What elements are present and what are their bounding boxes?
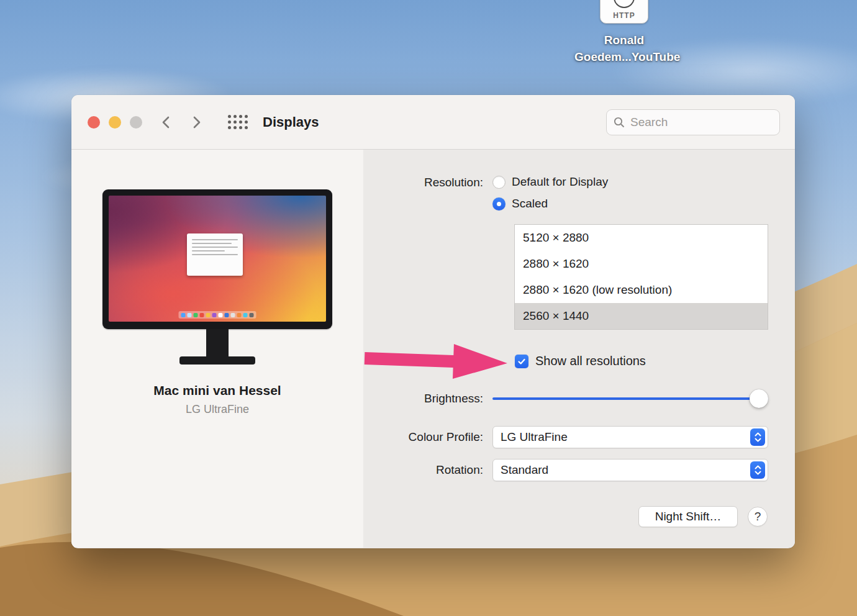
brightness-label: Brightness: (363, 392, 483, 405)
resolution-list[interactable]: 5120 × 2880 2880 × 1620 2880 × 1620 (low… (514, 224, 768, 330)
shortcut-label-line2: Goedem...YouTube (574, 48, 674, 65)
search-input[interactable] (630, 116, 773, 129)
desktop-shortcut[interactable]: HTTP Ronald Goedem...YouTube (574, 0, 674, 65)
forward-button[interactable] (186, 112, 207, 133)
search-field[interactable] (606, 109, 780, 135)
webloc-icon: HTTP (600, 0, 648, 24)
checkmark-icon (517, 356, 527, 366)
popup-stepper-icon (750, 461, 765, 479)
night-shift-button[interactable]: Night Shift… (638, 506, 738, 527)
radio-scaled-label: Scaled (512, 197, 548, 211)
http-badge: HTTP (601, 11, 648, 20)
monitor-stand-neck (206, 329, 229, 356)
brightness-slider[interactable] (492, 389, 768, 408)
slider-track[interactable] (492, 397, 768, 400)
popup-stepper-icon (750, 428, 765, 446)
radio-default-for-display[interactable]: Default for Display (492, 175, 608, 189)
window-title: Displays (263, 114, 319, 130)
radio-off-icon[interactable] (492, 176, 506, 189)
display-model: LG UltraFine (99, 403, 335, 416)
resolution-option[interactable]: 5120 × 2880 (515, 225, 768, 251)
monitor-bezel (102, 189, 332, 329)
rotation-label: Rotation: (363, 463, 483, 477)
monitor-stand-base (179, 356, 255, 365)
resolution-label: Resolution: (363, 176, 483, 189)
resolution-option-selected[interactable]: 2560 × 1440 (515, 303, 768, 329)
radio-default-label: Default for Display (512, 175, 608, 189)
resolution-option[interactable]: 2880 × 1620 (515, 251, 768, 277)
radio-scaled[interactable]: Scaled (492, 197, 548, 211)
monitor-graphic: Mac mini van Hessel LG UltraFine (99, 189, 335, 416)
zoom-button[interactable] (130, 116, 142, 129)
help-button[interactable]: ? (748, 507, 768, 527)
minimize-button[interactable] (109, 116, 121, 129)
chevron-right-icon (188, 114, 204, 130)
preview-dock (179, 311, 256, 319)
chevron-left-icon (158, 114, 175, 130)
show-all-resolutions-row[interactable]: Show all resolutions (515, 354, 646, 368)
show-all-resolutions-label: Show all resolutions (535, 354, 646, 368)
search-icon (613, 116, 625, 129)
close-button[interactable] (88, 116, 100, 129)
colour-profile-value: LG UltraFine (501, 430, 750, 444)
resolution-option[interactable]: 2880 × 1620 (low resolution) (515, 277, 768, 303)
show-all-resolutions-checkbox[interactable] (515, 355, 528, 368)
slider-thumb[interactable] (750, 389, 768, 408)
annotation-arrow (363, 339, 513, 384)
radio-on-icon[interactable] (492, 197, 506, 211)
globe-icon (614, 0, 635, 8)
colour-profile-label: Colour Profile: (363, 430, 483, 444)
shortcut-label-line1: Ronald (574, 32, 674, 48)
display-preview-pane: Mac mini van Hessel LG UltraFine (71, 150, 363, 548)
rotation-select[interactable]: Standard (492, 459, 768, 481)
titlebar: Displays (71, 95, 795, 150)
back-button[interactable] (156, 112, 177, 133)
traffic-lights (88, 116, 142, 129)
displays-preferences-window: Displays (71, 95, 795, 548)
preview-document-window (187, 233, 243, 276)
monitor-screen (109, 196, 326, 322)
display-name: Mac mini van Hessel (99, 383, 335, 398)
rotation-value: Standard (501, 463, 750, 477)
show-all-preferences-button[interactable] (228, 115, 248, 129)
colour-profile-select[interactable]: LG UltraFine (492, 426, 768, 448)
